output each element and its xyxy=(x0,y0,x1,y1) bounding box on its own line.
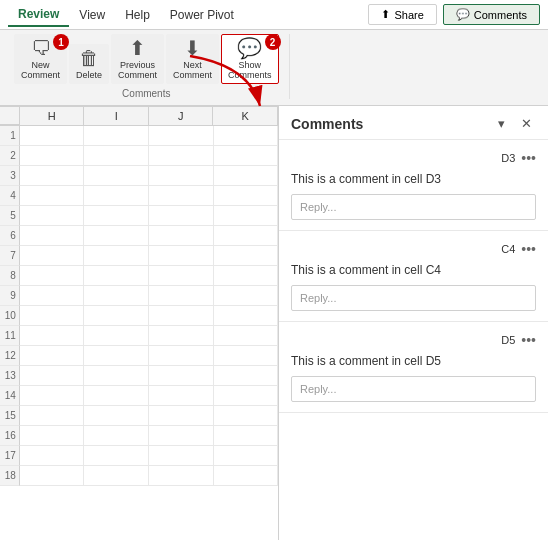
grid-cell[interactable] xyxy=(84,386,149,406)
tab-review[interactable]: Review xyxy=(8,3,69,27)
grid-cell[interactable] xyxy=(20,346,85,366)
tab-view[interactable]: View xyxy=(69,4,115,26)
grid-cell[interactable] xyxy=(84,126,149,146)
grid-row: 6 xyxy=(0,226,278,246)
grid-cell[interactable] xyxy=(149,426,214,446)
grid-cell[interactable] xyxy=(84,206,149,226)
comment-more-button-0[interactable]: ••• xyxy=(521,150,536,166)
grid-cell[interactable] xyxy=(214,426,279,446)
grid-cell[interactable] xyxy=(84,246,149,266)
grid-cell[interactable] xyxy=(84,166,149,186)
grid-cell[interactable] xyxy=(149,406,214,426)
grid-cell[interactable] xyxy=(20,186,85,206)
grid-cell[interactable] xyxy=(20,386,85,406)
grid-cell[interactable] xyxy=(84,266,149,286)
comment-more-button-1[interactable]: ••• xyxy=(521,241,536,257)
grid-cell[interactable] xyxy=(20,166,85,186)
collapse-comments-button[interactable]: ▾ xyxy=(494,114,509,133)
grid-cell[interactable] xyxy=(84,366,149,386)
grid-row: 12 xyxy=(0,346,278,366)
grid-cell[interactable] xyxy=(214,406,279,426)
grid-cell[interactable] xyxy=(214,466,279,486)
grid-cell[interactable] xyxy=(20,266,85,286)
grid-cell[interactable] xyxy=(214,246,279,266)
grid-cell[interactable] xyxy=(214,226,279,246)
grid-cell[interactable] xyxy=(20,146,85,166)
grid-cell[interactable] xyxy=(149,326,214,346)
grid-cell[interactable] xyxy=(20,286,85,306)
grid-cell[interactable] xyxy=(84,326,149,346)
grid-cell[interactable] xyxy=(149,246,214,266)
grid-cell[interactable] xyxy=(214,286,279,306)
grid-cell[interactable] xyxy=(20,206,85,226)
grid-cell[interactable] xyxy=(20,246,85,266)
grid-cell[interactable] xyxy=(20,306,85,326)
comment-cell-id-2: D5 xyxy=(501,334,515,346)
grid-row: 11 xyxy=(0,326,278,346)
tab-powerpivot[interactable]: Power Pivot xyxy=(160,4,244,26)
grid-cell[interactable] xyxy=(84,466,149,486)
grid-cell[interactable] xyxy=(214,206,279,226)
grid-cell[interactable] xyxy=(214,386,279,406)
grid-cell[interactable] xyxy=(149,186,214,206)
comment-block-2: D5•••This is a comment in cell D5Reply..… xyxy=(279,322,548,413)
tab-help[interactable]: Help xyxy=(115,4,160,26)
grid-cell[interactable] xyxy=(20,226,85,246)
grid-cell[interactable] xyxy=(214,186,279,206)
grid-cell[interactable] xyxy=(214,326,279,346)
grid-cell[interactable] xyxy=(149,166,214,186)
comment-more-button-2[interactable]: ••• xyxy=(521,332,536,348)
reply-input-2[interactable]: Reply... xyxy=(291,376,536,402)
grid-cell[interactable] xyxy=(20,446,85,466)
grid-cell[interactable] xyxy=(84,226,149,246)
grid-cell[interactable] xyxy=(149,306,214,326)
grid-cell[interactable] xyxy=(84,446,149,466)
grid-row: 4 xyxy=(0,186,278,206)
previous-comment-button[interactable]: ⬆ PreviousComment xyxy=(111,34,164,84)
grid-cell[interactable] xyxy=(20,406,85,426)
grid-cell[interactable] xyxy=(84,146,149,166)
grid-cell[interactable] xyxy=(149,446,214,466)
comments-panel-button[interactable]: 💬 Comments xyxy=(443,4,540,25)
grid-cell[interactable] xyxy=(149,366,214,386)
grid-row: 8 xyxy=(0,266,278,286)
delete-comment-button[interactable]: 🗑 Delete xyxy=(69,44,109,84)
grid-cell[interactable] xyxy=(149,266,214,286)
grid-cell[interactable] xyxy=(214,366,279,386)
grid-cell[interactable] xyxy=(149,466,214,486)
grid-row: 14 xyxy=(0,386,278,406)
grid-row: 13 xyxy=(0,366,278,386)
delete-icon: 🗑 xyxy=(79,48,99,68)
grid-cell[interactable] xyxy=(214,446,279,466)
grid-cell[interactable] xyxy=(149,386,214,406)
grid-cell[interactable] xyxy=(20,326,85,346)
grid-cell[interactable] xyxy=(84,426,149,446)
grid-cell[interactable] xyxy=(20,126,85,146)
grid-cell[interactable] xyxy=(214,166,279,186)
grid-cell[interactable] xyxy=(214,306,279,326)
grid-cell[interactable] xyxy=(20,426,85,446)
grid-cell[interactable] xyxy=(84,346,149,366)
grid-cell[interactable] xyxy=(20,366,85,386)
grid-cell[interactable] xyxy=(84,286,149,306)
comment-cell-id-0: D3 xyxy=(501,152,515,164)
grid-cell[interactable] xyxy=(149,126,214,146)
grid-cell[interactable] xyxy=(149,286,214,306)
grid-cell[interactable] xyxy=(84,306,149,326)
reply-input-1[interactable]: Reply... xyxy=(291,285,536,311)
grid-cell[interactable] xyxy=(84,406,149,426)
grid-cell[interactable] xyxy=(149,146,214,166)
close-comments-button[interactable]: ✕ xyxy=(517,114,536,133)
comment-text-1: This is a comment in cell C4 xyxy=(291,261,536,285)
share-button[interactable]: ⬆ Share xyxy=(368,4,436,25)
reply-input-0[interactable]: Reply... xyxy=(291,194,536,220)
grid-cell[interactable] xyxy=(149,206,214,226)
grid-cell[interactable] xyxy=(214,146,279,166)
grid-cell[interactable] xyxy=(84,186,149,206)
grid-cell[interactable] xyxy=(20,466,85,486)
grid-cell[interactable] xyxy=(149,226,214,246)
grid-cell[interactable] xyxy=(214,126,279,146)
grid-cell[interactable] xyxy=(149,346,214,366)
grid-cell[interactable] xyxy=(214,346,279,366)
grid-cell[interactable] xyxy=(214,266,279,286)
